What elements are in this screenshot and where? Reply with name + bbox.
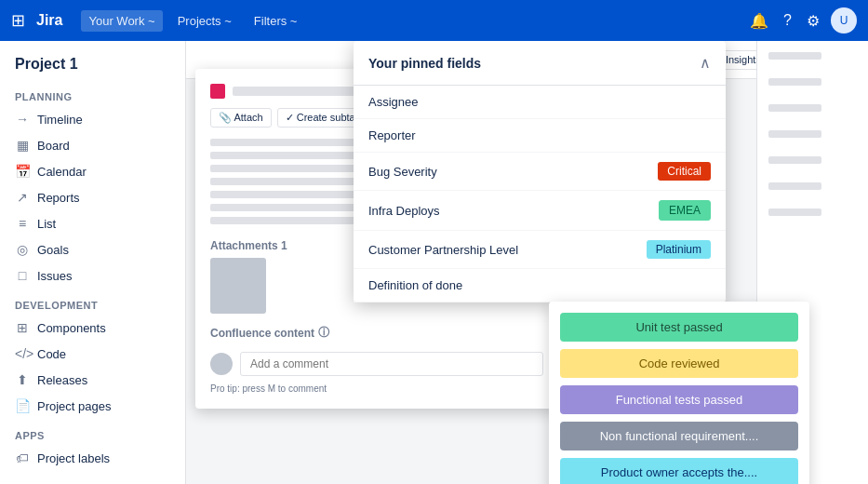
confluence-section: Confluence content ⓘ — [210, 325, 543, 341]
sidebar-item-label: Calendar — [37, 165, 87, 179]
sidebar-item-label: Board — [37, 139, 70, 153]
attach-button[interactable]: 📎 Attach — [210, 108, 272, 128]
sidebar-item-label: Project pages — [37, 399, 112, 413]
sidebar-item-label: Code — [37, 347, 66, 361]
done-tag-code-reviewed[interactable]: Code reviewed — [560, 349, 798, 378]
pinned-field-partnership: Customer Partnership Level Platinium — [354, 231, 726, 269]
partnership-badge[interactable]: Platinium — [647, 240, 711, 259]
attachment-thumbnail — [210, 258, 266, 314]
sidebar-item-label: List — [37, 217, 56, 231]
jira-logo: Jira — [36, 12, 62, 29]
pro-tip: Pro tip: press M to comment — [210, 383, 543, 394]
placeholder-line — [768, 130, 821, 138]
nav-projects[interactable]: Projects ~ — [170, 10, 239, 32]
nav-right-actions: 🔔 ? ⚙ U — [746, 7, 857, 34]
apps-section-label: Apps — [0, 419, 185, 445]
grid-icon[interactable]: ⊞ — [11, 10, 25, 31]
code-icon: </> — [15, 346, 30, 361]
sidebar-item-project-pages[interactable]: 📄 Project pages — [0, 393, 185, 419]
nav-your-work[interactable]: Your Work ~ — [81, 10, 162, 32]
sidebar-item-code[interactable]: </> Code — [0, 341, 185, 367]
field-name: Reporter — [368, 128, 416, 142]
pinned-field-definition: Definition of done — [354, 269, 726, 302]
sidebar-item-issues[interactable]: □ Issues — [0, 262, 185, 289]
placeholder-line — [768, 156, 821, 164]
comment-section — [210, 352, 543, 376]
info-icon: ⓘ — [318, 325, 329, 341]
content-area: Release ~ ⭐ 🔗 ✏ ⭐ Insights ⚙ View settin… — [186, 41, 868, 484]
pinned-field-assignee: Assignee — [354, 86, 726, 119]
pinned-field-bug-severity: Bug Severity Critical — [354, 153, 726, 191]
sidebar-item-board[interactable]: ▦ Board — [0, 132, 185, 158]
settings-icon[interactable]: ⚙ — [803, 8, 823, 34]
confluence-label: Confluence content ⓘ — [210, 325, 543, 341]
field-name: Bug Severity — [368, 165, 437, 179]
avatar-initials: U — [840, 14, 848, 27]
field-name: Infra Deploys — [368, 204, 440, 218]
pinned-header: Your pinned fields ∧ — [354, 41, 726, 86]
sidebar-item-label: Components — [37, 321, 106, 335]
placeholder-line — [768, 52, 821, 60]
sidebar-item-label: Goals — [37, 243, 69, 257]
right-placeholder-lines — [757, 41, 868, 227]
task-type-icon — [210, 84, 225, 99]
sidebar-item-timeline[interactable]: → Timeline — [0, 106, 185, 132]
sidebar-item-releases[interactable]: ⬆ Releases — [0, 367, 185, 393]
done-tags: Unit test passed Code reviewed Functiona… — [560, 313, 798, 484]
comment-avatar — [210, 353, 233, 375]
planning-section-label: PLANNING — [0, 80, 185, 106]
field-name: Customer Partnership Level — [368, 243, 518, 257]
components-icon: ⊞ — [15, 320, 30, 335]
notification-icon[interactable]: 🔔 — [746, 8, 772, 34]
definition-of-done-panel: Unit test passed Code reviewed Functiona… — [549, 302, 809, 484]
top-navigation: ⊞ Jira Your Work ~ Projects ~ Filters ~ … — [0, 0, 868, 41]
sidebar-item-label: Releases — [37, 373, 87, 387]
help-icon[interactable]: ? — [780, 8, 795, 33]
avatar[interactable]: U — [831, 7, 857, 34]
sidebar: Project 1 PLANNING → Timeline ▦ Board 📅 … — [0, 41, 186, 484]
sidebar-item-list[interactable]: ≡ List — [0, 210, 185, 236]
pinned-field-reporter: Reporter — [354, 119, 726, 153]
main-layout: Project 1 PLANNING → Timeline ▦ Board 📅 … — [0, 41, 868, 484]
field-name: Assignee — [368, 95, 418, 109]
sidebar-item-goals[interactable]: ◎ Goals — [0, 236, 185, 262]
done-tag-unit-test[interactable]: Unit test passed — [560, 313, 798, 342]
bug-severity-badge[interactable]: Critical — [658, 162, 711, 181]
sidebar-item-reports[interactable]: ↗ Reports — [0, 184, 185, 210]
project-title: Project 1 — [0, 41, 185, 80]
done-tag-product-owner[interactable]: Product owner accepts the.... — [560, 458, 798, 484]
sidebar-item-calendar[interactable]: 📅 Calendar — [0, 158, 185, 184]
sidebar-item-label: Issues — [37, 269, 73, 283]
reports-icon: ↗ — [15, 190, 30, 205]
timeline-icon: → — [15, 112, 30, 127]
infra-deploys-badge[interactable]: EMEA — [659, 200, 711, 221]
done-tag-non-functional[interactable]: Non functional requirement.... — [560, 422, 798, 450]
done-tag-functional-tests[interactable]: Functional tests passed — [560, 385, 798, 414]
field-name: Definition of done — [368, 278, 462, 292]
goals-icon: ◎ — [15, 242, 30, 257]
sidebar-item-label: Project labels — [37, 451, 110, 465]
nav-filters[interactable]: Filters ~ — [247, 10, 305, 32]
placeholder-line — [768, 182, 821, 190]
issues-icon: □ — [15, 268, 30, 283]
releases-icon: ⬆ — [15, 372, 30, 387]
placeholder-line — [768, 104, 821, 112]
sidebar-item-components[interactable]: ⊞ Components — [0, 315, 185, 341]
sidebar-item-label: Timeline — [37, 113, 83, 127]
project-pages-icon: 📄 — [15, 398, 30, 413]
pinned-title: Your pinned fields — [368, 56, 481, 71]
chevron-up-icon[interactable]: ∧ — [700, 54, 711, 72]
sidebar-item-label: Reports — [37, 191, 80, 205]
placeholder-line — [768, 78, 821, 86]
attach-label: 📎 Attach — [219, 112, 263, 123]
list-icon: ≡ — [15, 216, 30, 231]
labels-icon: 🏷 — [15, 450, 30, 465]
calendar-icon: 📅 — [15, 164, 30, 179]
pinned-field-infra-deploys: Infra Deploys EMEA — [354, 191, 726, 231]
sidebar-item-project-labels[interactable]: 🏷 Project labels — [0, 445, 185, 471]
board-icon: ▦ — [15, 138, 30, 153]
placeholder-line — [768, 208, 821, 216]
pinned-fields-panel: Your pinned fields ∧ Assignee Reporter B… — [354, 41, 726, 302]
development-section-label: DEVELOPMENT — [0, 289, 185, 315]
comment-input[interactable] — [240, 352, 543, 376]
